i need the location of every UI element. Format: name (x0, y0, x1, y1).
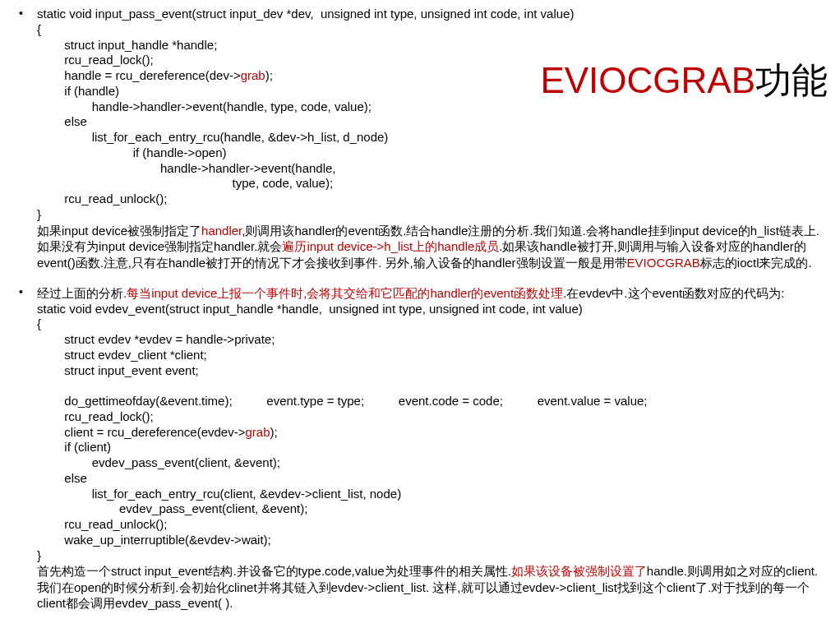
code1-pre: static void input_pass_event(struct inpu… (37, 7, 574, 82)
bullet-2: 经过上面的分析.每当input device上报一个事件时,会将其交给和它匹配的… (12, 285, 828, 612)
explain-2-tail: 首先构造一个struct input_event结构.并设备它的type.cod… (37, 563, 828, 612)
code-block-1: static void input_pass_event(struct inpu… (37, 7, 828, 223)
t: 标志的ioctl来完成的. (700, 256, 812, 270)
code1-post: ); if (handle) handle->handler->event(ha… (37, 68, 388, 221)
event-red: 每当input device上报一个事件时,会将其交给和它匹配的handler的… (127, 286, 563, 300)
code2-post: ); if (client) evdev_pass_event(client, … (37, 425, 401, 562)
t: 经过上面的分析. (37, 286, 127, 300)
t: 如果input device被强制指定了 (37, 224, 201, 238)
handler-keyword: handler (201, 224, 242, 238)
eviocgrab-red: EVIOCGRAB (627, 256, 700, 270)
grab-keyword-1: grab (241, 68, 265, 82)
force-set-red: 如果该设备被强制设置了 (511, 564, 647, 578)
t: 首先构造一个struct input_event结构.并设备它的type.cod… (37, 564, 511, 578)
traverse-red: 遍历input device->h_list上的handle成员 (282, 239, 499, 253)
code2-pre: static void evdev_event(struct input_han… (37, 302, 648, 439)
code-block-2: static void evdev_event(struct input_han… (37, 302, 828, 564)
t: .在evdev中.这个event函数对应的代码为: (563, 286, 784, 300)
explain-2-intro: 经过上面的分析.每当input device上报一个事件时,会将其交给和它匹配的… (37, 285, 828, 302)
grab-keyword-2: grab (245, 425, 270, 439)
bullet-1: static void input_pass_event(struct inpu… (12, 7, 828, 270)
explain-1: 如果input device被强制指定了handler,则调用该handler的… (37, 223, 828, 271)
